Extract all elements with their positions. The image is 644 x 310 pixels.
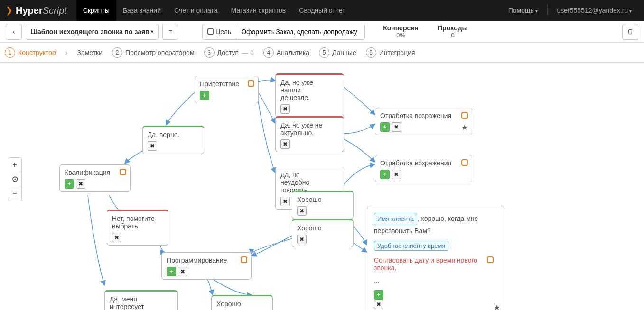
node-title: Да, но уже нашли дешевле. — [280, 79, 339, 101]
node-title: Хорошо — [216, 300, 268, 308]
close-icon[interactable]: ✖ — [374, 300, 383, 309]
detail-ellipsis: ... — [374, 275, 497, 285]
node-title: Да, верно. — [148, 131, 199, 138]
add-icon[interactable]: + — [374, 290, 383, 300]
nav-report[interactable]: Сводный отчет — [292, 0, 352, 21]
node-cheaper[interactable]: Да, но уже нашли дешевле. ✖ — [275, 73, 344, 117]
nav-help[interactable]: Помощь — [502, 0, 544, 21]
add-icon[interactable]: + — [167, 267, 176, 276]
nav-separator — [547, 5, 548, 16]
zoom-out-button[interactable]: − — [8, 186, 21, 201]
nav-billing[interactable]: Счет и оплата — [168, 0, 224, 21]
metric-passes: Проходы 0 — [438, 24, 467, 39]
close-icon[interactable]: ✖ — [178, 267, 187, 276]
zoom-center-button[interactable]: ⊙ — [8, 172, 21, 186]
tab-analytics[interactable]: 4Аналитика — [263, 47, 309, 58]
tab-access[interactable]: 3Доступ — 0 — [204, 47, 254, 58]
metric-value: 0 — [438, 32, 467, 39]
close-icon[interactable]: ✖ — [280, 197, 290, 206]
close-icon[interactable]: ✖ — [392, 122, 401, 132]
goal-label[interactable]: Цель — [203, 24, 236, 39]
tab-label: Конструктор — [18, 49, 56, 56]
node-title: Хорошо — [297, 196, 348, 203]
zoom-in-button[interactable]: + — [8, 158, 21, 172]
top-nav: ❯ HyperScript Скрипты База знаний Счет и… — [0, 0, 644, 21]
caret-icon: ❯ — [6, 5, 13, 16]
goal-marker-icon — [461, 112, 468, 119]
close-icon[interactable]: ✖ — [280, 139, 290, 149]
metric-label: Конверсия — [383, 24, 419, 32]
add-icon[interactable]: + — [65, 179, 74, 189]
node-title: Программирование — [167, 256, 246, 264]
goal-marker-icon — [120, 169, 126, 175]
node-title: Приветствие — [200, 80, 253, 88]
node-help-choose[interactable]: Нет, помогите выбрать. ✖ — [107, 210, 168, 246]
close-icon[interactable]: ✖ — [112, 233, 121, 242]
goal-input[interactable] — [236, 24, 364, 39]
detail-panel[interactable]: Имя клиента, хорошо, когда мне перезвони… — [367, 206, 504, 310]
node-objection1[interactable]: Отработка возражения ★ +✖ — [375, 108, 472, 135]
node-yes-correct[interactable]: Да, верно. ✖ — [142, 126, 204, 154]
delete-button[interactable] — [622, 24, 638, 40]
tab-label: Интеграция — [379, 49, 415, 56]
metric-value: 0% — [383, 32, 419, 39]
goal-icon — [207, 28, 214, 35]
tab-preview[interactable]: 2Просмотр оператором — [112, 47, 194, 58]
nav-kb[interactable]: База знаний — [116, 0, 168, 21]
nav-store[interactable]: Магазин скриптов — [224, 0, 293, 21]
detail-goal-text: Согласовать дату и время нового звонка. — [374, 256, 477, 272]
close-icon[interactable]: ✖ — [148, 141, 157, 151]
brand-light: Script — [43, 5, 67, 16]
detail-body: Имя клиента, хорошо, когда мне перезвони… — [374, 212, 497, 236]
node-not-actual[interactable]: Да, но уже не актуально. ✖ — [275, 116, 344, 152]
node-title: Хорошо — [297, 224, 348, 232]
template-dropdown[interactable]: Шаблон исходящего звонка по заяв ▾ — [26, 24, 159, 40]
nav-user[interactable]: user555512@yandex.ru — [551, 0, 638, 21]
notes-link[interactable]: Заметки — [77, 49, 103, 56]
node-title: Да, но уже не актуально. — [280, 121, 339, 137]
node-programming[interactable]: Программирование +✖ — [161, 252, 252, 280]
token-convenient-time[interactable]: Удобное клиенту время — [374, 241, 448, 251]
canvas[interactable]: + ⊙ − Приветствие + Да, верно. ✖ Квалифи… — [0, 63, 644, 310]
node-ok3[interactable]: Хорошо — [211, 295, 273, 310]
tab-integration[interactable]: 6Интеграция — [366, 47, 415, 58]
close-icon[interactable]: ✖ — [280, 104, 290, 114]
goal-label-text: Цель — [215, 28, 231, 36]
menu-button[interactable]: ≡ — [162, 24, 178, 40]
tab-label: Данные — [332, 49, 356, 56]
close-icon[interactable]: ✖ — [76, 179, 85, 189]
metrics: Конверсия 0% Проходы 0 — [383, 24, 467, 39]
tab-bar: 1Конструктор › Заметки 2Просмотр операто… — [0, 43, 644, 63]
back-button[interactable]: ‹ — [6, 24, 22, 40]
metric-label: Проходы — [438, 24, 467, 32]
token-client-name[interactable]: Имя клиента — [374, 213, 417, 225]
node-greeting[interactable]: Приветствие + — [195, 76, 259, 103]
node-interested[interactable]: Да, меня интересует — [104, 290, 178, 310]
tab-suffix: — 0 — [242, 49, 254, 56]
close-icon[interactable]: ✖ — [297, 235, 307, 244]
node-ok1[interactable]: Хорошо ✖ — [292, 191, 354, 219]
nav-scripts[interactable]: Скрипты — [76, 0, 116, 21]
toolbar: ‹ Шаблон исходящего звонка по заяв ▾ ≡ Ц… — [0, 21, 644, 43]
star-icon: ★ — [461, 123, 468, 132]
tab-label: Просмотр оператором — [125, 49, 194, 56]
template-label: Шаблон исходящего звонка по заяв — [31, 28, 149, 36]
tab-data[interactable]: 5Данные — [319, 47, 356, 58]
node-ok2[interactable]: Хорошо ✖ — [292, 219, 354, 247]
close-icon[interactable]: ✖ — [392, 170, 401, 179]
goal-marker-icon — [248, 80, 254, 87]
tab-label: Аналитика — [277, 49, 309, 56]
node-qualification[interactable]: Квалификация +✖ — [59, 164, 131, 192]
breadcrumb-sep: › — [65, 49, 68, 56]
tab-constructor[interactable]: 1Конструктор — [5, 47, 56, 58]
node-title: Да, меня интересует — [110, 295, 173, 310]
close-icon[interactable]: ✖ — [297, 206, 307, 216]
node-objection2[interactable]: Отработка возражения +✖ — [375, 155, 472, 182]
logo[interactable]: ❯ HyperScript — [6, 5, 67, 16]
add-icon[interactable]: + — [380, 170, 390, 179]
node-title: Отработка возражения — [380, 112, 467, 119]
add-icon[interactable]: + — [200, 91, 209, 100]
goal-field: Цель — [202, 24, 365, 40]
add-icon[interactable]: + — [380, 122, 390, 132]
chevron-down-icon: ▾ — [151, 29, 153, 34]
